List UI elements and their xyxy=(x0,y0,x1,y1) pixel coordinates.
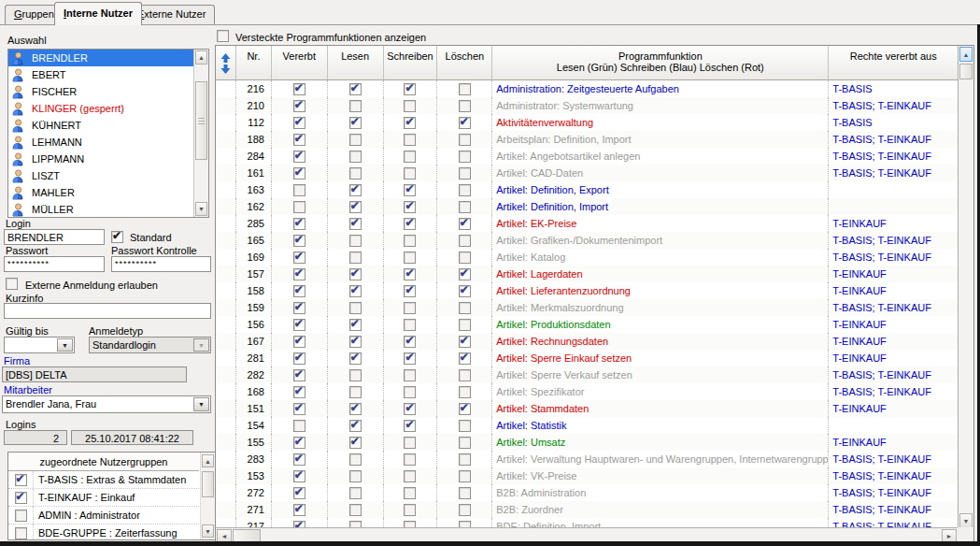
schreiben-checkbox[interactable] xyxy=(404,218,416,230)
vererbt-checkbox[interactable] xyxy=(293,504,305,516)
table-row[interactable]: 272B2B: AdministrationT-BASIS; T-EINKAUF xyxy=(216,484,958,501)
loeschen-checkbox[interactable] xyxy=(459,487,471,499)
schreiben-checkbox[interactable] xyxy=(404,83,416,95)
table-row[interactable]: 168Artikel: SpezifikatorT-BASIS; T-EINKA… xyxy=(216,383,958,400)
loeschen-checkbox[interactable] xyxy=(459,437,471,449)
externe-anmeldung-checkbox[interactable] xyxy=(6,278,18,290)
lesen-checkbox[interactable] xyxy=(349,134,362,146)
gruppe-checkbox[interactable] xyxy=(15,510,27,522)
schreiben-checkbox[interactable] xyxy=(404,386,416,398)
vererbt-checkbox[interactable] xyxy=(293,302,305,314)
scroll-up-icon[interactable]: ▲ xyxy=(202,454,214,467)
scroll-down-icon[interactable]: ▼ xyxy=(202,524,214,538)
table-row[interactable]: 156Artikel: ProduktionsdatenT-EINKAUF xyxy=(216,316,958,333)
schreiben-checkbox[interactable] xyxy=(404,504,416,516)
vererbt-checkbox[interactable] xyxy=(293,420,305,432)
lesen-checkbox[interactable] xyxy=(349,83,362,95)
lesen-checkbox[interactable] xyxy=(349,235,362,247)
passwort-kontrolle-input[interactable]: ********** xyxy=(111,256,211,272)
loeschen-checkbox[interactable] xyxy=(459,352,471,365)
lesen-checkbox[interactable] xyxy=(349,302,362,314)
vererbt-checkbox[interactable] xyxy=(293,134,305,146)
loeschen-checkbox[interactable] xyxy=(459,117,471,129)
table-row[interactable]: 155Artikel: UmsatzT-EINKAUF xyxy=(216,434,958,451)
vererbt-checkbox[interactable] xyxy=(293,167,305,180)
lesen-checkbox[interactable] xyxy=(349,403,362,415)
nutzergruppen-list[interactable]: zugeordnete Nutzergruppen T-BASIS : Extr… xyxy=(7,452,216,540)
schreiben-checkbox[interactable] xyxy=(404,201,416,213)
schreiben-checkbox[interactable] xyxy=(404,403,416,415)
lesen-checkbox[interactable] xyxy=(349,487,362,499)
schreiben-checkbox[interactable] xyxy=(404,235,416,247)
vererbt-checkbox[interactable] xyxy=(293,437,305,449)
kurzinfo-input[interactable] xyxy=(4,303,211,319)
lesen-checkbox[interactable] xyxy=(349,453,362,466)
gruppe-checkbox[interactable] xyxy=(15,527,27,539)
table-row[interactable]: 157Artikel: LagerdatenT-EINKAUF xyxy=(216,266,958,282)
schreiben-checkbox[interactable] xyxy=(404,117,416,129)
user-list-item[interactable]: FISCHER xyxy=(8,83,208,100)
scroll-thumb[interactable] xyxy=(233,529,261,542)
user-list-item[interactable]: LISZT xyxy=(8,167,208,184)
schreiben-checkbox[interactable] xyxy=(404,453,416,466)
lesen-checkbox[interactable] xyxy=(349,167,362,180)
schreiben-checkbox[interactable] xyxy=(404,285,416,297)
user-list[interactable]: BRENDLEREBERTFISCHERKLINGER (gesperrt)KÜ… xyxy=(7,49,209,218)
lesen-checkbox[interactable] xyxy=(349,117,362,129)
nutzergruppe-row[interactable]: BDE-GRUPPE : Zeiterfassung xyxy=(8,524,199,540)
lesen-checkbox[interactable] xyxy=(349,386,362,398)
table-row[interactable]: 112AktivitätenverwaltungT-BASIS xyxy=(216,114,958,131)
lesen-checkbox[interactable] xyxy=(349,218,362,230)
table-row[interactable]: 188Arbeitsplan: Definition, ImportT-BASI… xyxy=(216,131,958,148)
table-row[interactable]: 281Artikel: Sperre Einkauf setzenT-EINKA… xyxy=(216,350,958,366)
loeschen-checkbox[interactable] xyxy=(459,268,471,280)
lesen-checkbox[interactable] xyxy=(349,201,362,213)
chevron-down-icon[interactable]: ▼ xyxy=(57,338,73,352)
versteckte-programmfunktionen-checkbox[interactable] xyxy=(217,30,229,42)
lesen-column-header[interactable]: Lesen xyxy=(328,46,384,79)
loeschen-checkbox[interactable] xyxy=(459,201,471,213)
schreiben-column-header[interactable]: Schreiben xyxy=(384,46,438,79)
vererbt-checkbox[interactable] xyxy=(293,487,305,499)
lesen-checkbox[interactable] xyxy=(349,268,362,280)
schreiben-checkbox[interactable] xyxy=(404,487,416,499)
gruppe-checkbox[interactable] xyxy=(15,474,27,486)
table-row[interactable]: 163Artikel: Definition, Export xyxy=(216,181,958,198)
schreiben-checkbox[interactable] xyxy=(404,151,416,163)
tab-interne-nutzer[interactable]: Interne Nutzer xyxy=(54,2,142,25)
vererbt-checkbox[interactable] xyxy=(293,403,305,415)
lesen-checkbox[interactable] xyxy=(349,184,362,196)
chevron-down-icon[interactable]: ▼ xyxy=(193,397,209,411)
loeschen-checkbox[interactable] xyxy=(459,504,471,516)
table-row[interactable]: 162Artikel: Definition, Import xyxy=(216,198,958,215)
schreiben-checkbox[interactable] xyxy=(404,369,416,381)
loeschen-checkbox[interactable] xyxy=(459,235,471,247)
schreiben-checkbox[interactable] xyxy=(404,319,416,331)
loeschen-checkbox[interactable] xyxy=(459,302,471,314)
vererbt-checkbox[interactable] xyxy=(293,369,305,381)
schreiben-checkbox[interactable] xyxy=(404,470,416,482)
schreiben-checkbox[interactable] xyxy=(404,352,416,365)
rechte-column-header[interactable]: Rechte vererbt aus xyxy=(829,46,958,79)
table-row[interactable]: 165Artikel: Grafiken-/DokumentenimportT-… xyxy=(216,232,958,249)
vererbt-checkbox[interactable] xyxy=(293,386,305,398)
schreiben-checkbox[interactable] xyxy=(404,302,416,314)
schreiben-checkbox[interactable] xyxy=(404,268,416,280)
user-list-scrollbar[interactable]: ▲ ▼ xyxy=(193,50,208,217)
vererbt-checkbox[interactable] xyxy=(293,218,305,230)
user-list-item[interactable]: LEHMANN xyxy=(8,134,208,151)
vererbt-checkbox[interactable] xyxy=(293,201,305,213)
loeschen-checkbox[interactable] xyxy=(459,319,471,331)
loeschen-checkbox[interactable] xyxy=(459,386,471,398)
lesen-checkbox[interactable] xyxy=(349,251,362,264)
table-row[interactable]: 210Administrator: SystemwartungT-BASIS; … xyxy=(216,97,958,114)
table-row[interactable]: 161Artikel: CAD-DatenT-BASIS; T-EINKAUF xyxy=(216,165,958,181)
lesen-checkbox[interactable] xyxy=(349,420,362,432)
vererbt-checkbox[interactable] xyxy=(293,235,305,247)
table-vertical-scrollbar[interactable]: ▲ ▼ xyxy=(958,46,973,529)
lesen-checkbox[interactable] xyxy=(349,470,362,482)
lesen-checkbox[interactable] xyxy=(349,100,362,112)
loeschen-checkbox[interactable] xyxy=(459,134,471,146)
programmfunktion-column-header[interactable]: Programmfunktion Lesen (Grün) Schreiben … xyxy=(492,46,829,79)
standard-checkbox[interactable] xyxy=(111,231,123,243)
